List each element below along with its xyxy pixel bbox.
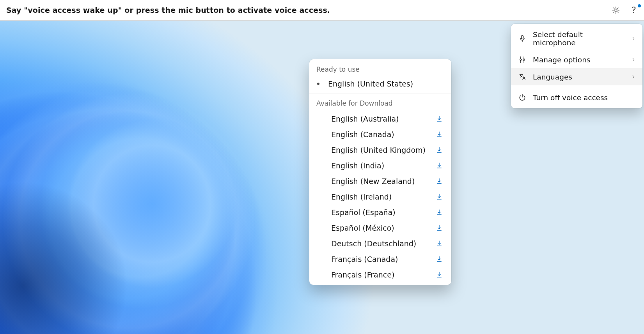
voice-access-bar: Say "voice access wake up" or press the … — [0, 0, 644, 21]
lang-download-item[interactable]: Deutsch (Deutschland) — [309, 236, 451, 251]
sliders-icon — [518, 55, 527, 64]
lang-download-item[interactable]: English (Ireland) — [309, 189, 451, 205]
lang-available-label: Available for Download — [309, 94, 451, 111]
download-icon — [436, 193, 443, 200]
mic-icon — [518, 34, 527, 43]
chevron-right-icon — [631, 36, 636, 41]
flyout-item-label: Select default microphone — [533, 30, 624, 47]
flyout-item-sliders[interactable]: Manage options — [511, 51, 642, 68]
chevron-right-icon — [631, 57, 636, 62]
download-icon — [436, 162, 443, 169]
lang-download-item[interactable]: English (New Zealand) — [309, 173, 451, 189]
flyout-item-label: Turn off voice access — [533, 94, 636, 102]
lang-download-item[interactable]: Français (Canada) — [309, 251, 451, 267]
lang-name: Español (España) — [331, 208, 396, 217]
download-icon — [436, 271, 443, 278]
lang-download-item[interactable]: Español (España) — [309, 205, 451, 220]
notification-dot — [638, 4, 641, 7]
download-icon — [436, 224, 443, 232]
download-icon — [436, 178, 443, 185]
lang-name: Français (Canada) — [331, 255, 398, 263]
download-icon — [436, 256, 443, 263]
gear-icon[interactable] — [611, 5, 621, 15]
lang-ready-label: Ready to use — [309, 59, 451, 76]
lang-name: Français (France) — [331, 270, 394, 279]
download-icon — [436, 147, 443, 154]
voice-access-hint: Say "voice access wake up" or press the … — [6, 6, 330, 14]
download-icon — [436, 115, 443, 122]
download-icon — [436, 209, 443, 216]
lang-download-item[interactable]: English (Canada) — [309, 127, 451, 142]
download-icon — [436, 131, 443, 138]
lang-name: Deutsch (Deutschland) — [331, 239, 416, 248]
lang-ready-item[interactable]: English (United States) — [309, 76, 451, 94]
download-icon — [436, 240, 443, 247]
power-icon — [518, 93, 527, 102]
lang-name: English (New Zealand) — [331, 177, 415, 186]
flyout-item-mic[interactable]: Select default microphone — [511, 26, 642, 51]
language-icon — [518, 72, 527, 81]
help-icon[interactable]: ? — [629, 5, 639, 15]
languages-popup: Ready to use English (United States) Ava… — [309, 59, 451, 285]
bullet-icon — [317, 83, 319, 85]
lang-name: English (Australia) — [331, 115, 399, 123]
lang-name: English (India) — [331, 161, 384, 170]
lang-name: English (Ireland) — [331, 193, 392, 201]
lang-download-item[interactable]: English (United Kingdom) — [309, 142, 451, 158]
flyout-item-language[interactable]: Languages — [511, 68, 642, 85]
flyout-item-power[interactable]: Turn off voice access — [511, 89, 642, 106]
flyout-item-label: Languages — [533, 73, 624, 81]
lang-name: English (Canada) — [331, 130, 394, 139]
desktop-wallpaper: Select default microphoneManage optionsL… — [0, 21, 644, 334]
lang-available-list: English (Australia)English (Canada)Engli… — [309, 111, 451, 283]
lang-ready-name: English (United States) — [328, 80, 413, 88]
lang-download-item[interactable]: English (India) — [309, 158, 451, 173]
voice-access-actions: ? — [611, 5, 639, 15]
lang-name: Español (México) — [331, 224, 394, 232]
lang-download-item[interactable]: English (Australia) — [309, 111, 451, 127]
lang-name: English (United Kingdom) — [331, 146, 426, 154]
lang-download-item[interactable]: Français (France) — [309, 267, 451, 283]
lang-download-item[interactable]: Español (México) — [309, 220, 451, 236]
settings-flyout: Select default microphoneManage optionsL… — [511, 24, 642, 108]
chevron-right-icon — [631, 74, 636, 80]
flyout-item-label: Manage options — [533, 56, 624, 64]
